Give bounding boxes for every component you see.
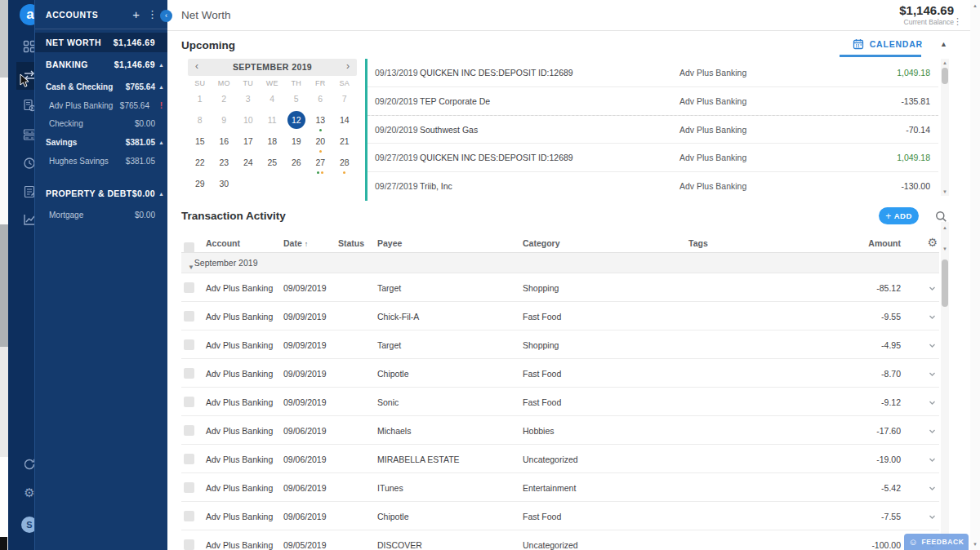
scroll-down-icon[interactable]: ▼ <box>971 540 979 548</box>
select-all-checkbox[interactable] <box>184 242 194 253</box>
row-expand-icon[interactable] <box>928 510 937 525</box>
transaction-row[interactable]: Adv Plus Banking 09/06/2019 Michaels Hob… <box>181 416 939 445</box>
calendar-day[interactable]: 28 <box>332 153 357 174</box>
row-checkbox[interactable] <box>184 511 194 521</box>
transaction-row[interactable]: Adv Plus Banking 09/06/2019 ITunes Enter… <box>181 473 939 502</box>
calendar-day[interactable]: 20 <box>309 131 333 153</box>
row-expand-icon[interactable] <box>928 282 937 296</box>
feedback-button[interactable]: ☺ FEEDBACK <box>904 534 969 550</box>
calendar-day[interactable]: 24 <box>236 153 261 174</box>
account-row[interactable]: Hughes Savings $381.05 ! ▲ <box>35 152 167 170</box>
calendar-day[interactable]: 10 <box>236 110 261 131</box>
calendar-day[interactable]: 11 <box>261 110 285 131</box>
calendar-day[interactable]: 30 <box>212 174 237 195</box>
accounts-menu-icon[interactable]: ⋮ <box>147 8 158 20</box>
calendar-day[interactable]: 27 <box>309 153 333 174</box>
calendar-day[interactable]: 2 <box>212 89 237 110</box>
collapse-chevron-icon[interactable]: ▲ <box>158 191 164 197</box>
calendar-day[interactable]: 9 <box>212 110 237 131</box>
account-row[interactable]: Adv Plus Banking $765.64 ! ▲ <box>35 96 167 114</box>
col-payee[interactable]: Payee <box>377 238 402 248</box>
col-account[interactable]: Account <box>206 238 240 248</box>
sidebar-collapse-button[interactable]: ‹ <box>160 10 172 22</box>
row-checkbox[interactable] <box>184 539 194 550</box>
row-checkbox[interactable] <box>184 397 194 407</box>
scrollbar-thumb[interactable] <box>942 68 948 84</box>
balance-menu-icon[interactable]: ⋮ <box>953 16 962 27</box>
group-expand-icon[interactable]: ▼ <box>188 264 194 271</box>
tab-calendar[interactable]: CALENDAR <box>853 38 923 50</box>
row-checkbox[interactable] <box>184 454 194 464</box>
transaction-row[interactable]: Adv Plus Banking 09/09/2019 Sonic Fast F… <box>181 388 939 416</box>
calendar-day[interactable]: 7 <box>332 89 357 110</box>
upcoming-row[interactable]: 09/13/2019 QUICKEN INC DES:DEPOSIT ID:12… <box>368 59 938 87</box>
row-expand-icon[interactable] <box>928 424 937 439</box>
scroll-down-icon[interactable]: ▼ <box>941 245 949 253</box>
account-row[interactable]: Mortgage $0.00 ! ▲ <box>35 206 167 224</box>
calendar-day[interactable]: 15 <box>188 131 212 153</box>
calendar-day[interactable]: 6 <box>309 89 333 110</box>
calendar-day[interactable]: 29 <box>188 174 212 195</box>
scroll-up-icon[interactable]: ▲ <box>971 2 979 10</box>
calendar-day[interactable]: 25 <box>261 153 285 174</box>
add-transaction-button[interactable]: + ADD <box>879 207 919 224</box>
account-row[interactable]: Checking $0.00 ! ▲ <box>35 114 167 132</box>
upcoming-scrollbar[interactable]: ▲ ▼ <box>941 59 949 196</box>
table-settings-icon[interactable]: ⚙ <box>927 237 938 248</box>
row-expand-icon[interactable] <box>928 481 937 496</box>
collapse-chevron-icon[interactable]: ▲ <box>158 84 164 90</box>
scroll-up-icon[interactable]: ▲ <box>941 59 949 67</box>
row-expand-icon[interactable] <box>928 453 937 468</box>
account-row[interactable]: Savings $381.05 ! ▲ <box>35 132 167 152</box>
col-amount[interactable]: Amount <box>868 238 901 248</box>
transaction-row[interactable]: Adv Plus Banking 09/09/2019 Target Shopp… <box>181 330 939 359</box>
row-checkbox[interactable] <box>184 425 194 436</box>
calendar-day[interactable]: 19 <box>284 131 309 153</box>
account-row[interactable]: PROPERTY & DEBT $0.00 ! ▲ <box>35 181 167 206</box>
calendar-day[interactable]: 1 <box>188 89 212 110</box>
col-category[interactable]: Category <box>523 238 560 248</box>
calendar-day[interactable]: 21 <box>332 131 357 153</box>
scroll-up-icon[interactable]: ▲ <box>941 224 949 232</box>
account-row[interactable]: BANKING $1,146.69 ! ▲ <box>35 52 167 77</box>
transactions-scrollbar[interactable]: ▲ ▼ <box>941 222 949 550</box>
calendar-day[interactable]: 4 <box>261 89 285 110</box>
calendar-day[interactable]: 16 <box>212 131 237 153</box>
row-expand-icon[interactable] <box>928 339 937 353</box>
row-expand-icon[interactable] <box>928 310 937 325</box>
calendar-day[interactable]: 3 <box>236 89 261 110</box>
account-row[interactable]: NET WORTH $1,146.69 ! ▲ <box>35 33 167 52</box>
calendar-next-icon[interactable]: › <box>346 60 350 72</box>
transaction-row[interactable]: Adv Plus Banking 09/06/2019 Chipotle Fas… <box>181 502 939 530</box>
transaction-row[interactable]: Adv Plus Banking 09/09/2019 Target Shopp… <box>181 273 939 302</box>
row-expand-icon[interactable] <box>928 367 937 382</box>
calendar-day[interactable]: 17 <box>236 131 261 153</box>
row-checkbox[interactable] <box>184 311 194 322</box>
collapse-chevron-icon[interactable]: ▲ <box>158 62 164 68</box>
add-account-icon[interactable]: + <box>132 7 140 21</box>
calendar-day[interactable]: 5 <box>284 89 309 110</box>
upcoming-row[interactable]: 09/27/2019 QUICKEN INC DES:DEPOSIT ID:12… <box>368 144 938 172</box>
row-checkbox[interactable] <box>184 339 194 350</box>
transaction-row[interactable]: Adv Plus Banking 09/05/2019 DISCOVER Unc… <box>181 530 939 550</box>
transaction-row[interactable]: Adv Plus Banking 09/09/2019 Chick-Fil-A … <box>181 302 939 330</box>
scroll-down-icon[interactable]: ▼ <box>941 188 949 196</box>
upcoming-collapse-icon[interactable]: ▲ <box>940 40 947 48</box>
row-checkbox[interactable] <box>184 482 194 493</box>
calendar-day[interactable]: 22 <box>188 153 212 174</box>
transaction-row[interactable]: Adv Plus Banking 09/06/2019 MIRABELLA ES… <box>181 445 939 473</box>
page-scrollbar[interactable]: ▲ ▼ <box>970 0 980 550</box>
calendar-day[interactable]: 18 <box>261 131 285 153</box>
col-tags[interactable]: Tags <box>688 238 708 248</box>
upcoming-row[interactable]: 09/20/2019 Southwest Gas Adv Plus Bankin… <box>368 115 938 144</box>
scrollbar-thumb[interactable] <box>942 259 948 307</box>
row-expand-icon[interactable] <box>928 396 937 410</box>
calendar-day[interactable]: 26 <box>284 153 309 174</box>
row-checkbox[interactable] <box>184 368 194 379</box>
collapse-chevron-icon[interactable]: ▲ <box>158 140 164 145</box>
col-date[interactable]: Date ↑ <box>283 238 308 248</box>
calendar-day[interactable]: 13 <box>309 110 333 131</box>
upcoming-row[interactable]: 09/20/2019 TEP Corporate De Adv Plus Ban… <box>368 87 938 116</box>
calendar-day[interactable]: 12 <box>284 110 309 131</box>
row-checkbox[interactable] <box>184 282 194 293</box>
